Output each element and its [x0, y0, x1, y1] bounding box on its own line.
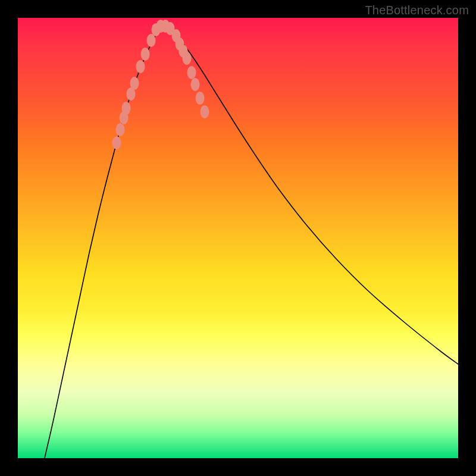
data-marker: [116, 123, 125, 136]
data-marker: [122, 102, 131, 115]
marker-group: [112, 20, 209, 149]
watermark-text: TheBottleneck.com: [365, 4, 469, 17]
data-marker: [183, 52, 192, 65]
data-marker: [187, 66, 196, 79]
data-marker: [112, 136, 121, 149]
data-marker: [147, 34, 156, 47]
chart-container: TheBottleneck.com: [0, 0, 476, 476]
curve-group: [45, 26, 458, 458]
right-curve: [164, 26, 458, 364]
data-marker: [130, 77, 139, 90]
left-curve: [45, 26, 161, 458]
data-marker: [166, 22, 175, 35]
data-marker: [201, 105, 209, 118]
data-marker: [191, 78, 200, 91]
plot-area: [18, 18, 458, 458]
data-marker: [141, 48, 150, 61]
data-marker: [136, 60, 145, 73]
data-marker: [196, 92, 205, 105]
curves-svg: [18, 18, 458, 458]
